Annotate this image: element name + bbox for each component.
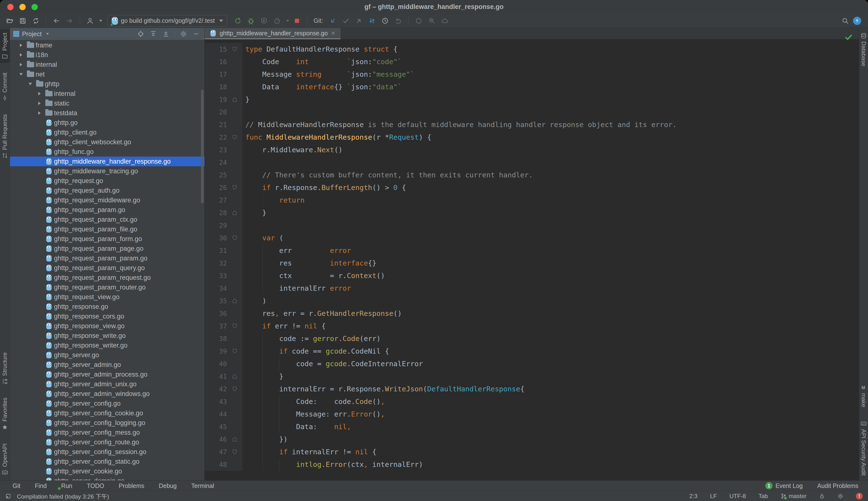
code-line-17[interactable]: 17 Message string `json:"message"`	[205, 68, 859, 81]
encoding-indicator[interactable]: UTF-8	[730, 493, 746, 500]
tool-window-button-structure[interactable]: Structure	[0, 349, 10, 388]
tree-item-static[interactable]: static	[10, 98, 205, 108]
status-message[interactable]: Compilation failed (today 3:26 下午)	[17, 492, 109, 500]
project-view-caret[interactable]	[46, 33, 49, 35]
tool-window-button-database[interactable]: Database	[859, 29, 868, 70]
gutter[interactable]: 34	[205, 282, 242, 295]
tree-item-ghttp-client-websocket-go[interactable]: ghttp_client_websocket.go	[10, 137, 205, 147]
code-line-45[interactable]: 45 Data: nil,	[205, 420, 859, 433]
tree-item-ghttp-server-config-route-go[interactable]: ghttp_server_config_route.go	[10, 437, 205, 447]
code-line-44[interactable]: 44 Message: err.Error(),	[205, 408, 859, 420]
gutter[interactable]: 35	[205, 295, 242, 307]
git-fetch-icon[interactable]	[367, 15, 377, 26]
tree-item-i18n[interactable]: i18n	[10, 50, 205, 60]
gutter[interactable]: 38	[205, 332, 242, 345]
code-line-40[interactable]: 40 code = gcode.CodeInternalError	[205, 358, 859, 370]
toolwindow-bar-item-git[interactable]: Git	[5, 481, 25, 491]
fold-marker-icon[interactable]	[227, 323, 242, 328]
tree-chevron-icon[interactable]	[35, 111, 44, 115]
tool-window-button-favorites[interactable]: Favorites	[0, 394, 10, 434]
tree-item-ghttp-request-param-go[interactable]: ghttp_request_param.go	[10, 205, 205, 215]
tree-item-testdata[interactable]: testdata	[10, 108, 205, 118]
fold-marker-icon[interactable]	[227, 386, 242, 391]
tree-item-ghttp-middleware-handler-response-go[interactable]: ghttp_middleware_handler_response.go	[10, 157, 205, 166]
code-line-25[interactable]: 25 // There's custom buffer content, it …	[205, 169, 859, 181]
code-line-35[interactable]: 35 )	[205, 295, 859, 307]
hide-panel-icon[interactable]	[191, 29, 201, 39]
history-clock-icon[interactable]	[380, 15, 390, 26]
rollback-icon[interactable]	[393, 15, 404, 26]
gutter[interactable]: 32	[205, 257, 242, 269]
tree-item-ghttp-server-config-static-go[interactable]: ghttp_server_config_static.go	[10, 457, 205, 466]
gutter[interactable]: 33	[205, 269, 242, 282]
tree-item-ghttp-request-go[interactable]: ghttp_request.go	[10, 176, 205, 185]
tree-item-ghttp-request-param-param-go[interactable]: ghttp_request_param_param.go	[10, 253, 205, 263]
gutter[interactable]: 40	[205, 358, 242, 370]
tree-item-ghttp-server-go[interactable]: ghttp_server.go	[10, 350, 205, 360]
fold-marker-icon[interactable]	[227, 374, 242, 379]
tool-window-button-commit[interactable]: Commit	[0, 69, 10, 105]
fold-marker-icon[interactable]	[227, 298, 242, 303]
fold-marker-icon[interactable]	[227, 449, 242, 454]
tree-item-ghttp-request-param-form-go[interactable]: ghttp_request_param_form.go	[10, 234, 205, 244]
code-line-23[interactable]: 23 r.Middleware.Next()	[205, 143, 859, 156]
code-line-42[interactable]: 42 internalErr = r.Response.WriteJson(De…	[205, 383, 859, 395]
cloud-icon[interactable]	[440, 15, 450, 26]
code-line-27[interactable]: 27 return	[205, 194, 859, 206]
tree-item-ghttp-request-view-go[interactable]: ghttp_request_view.go	[10, 292, 205, 302]
gear-icon[interactable]	[179, 29, 188, 39]
gutter[interactable]: 44	[205, 408, 242, 420]
tree-item-ghttp-client-go[interactable]: ghttp_client.go	[10, 128, 205, 137]
tree-chevron-icon[interactable]	[17, 63, 25, 66]
user-dropdown-caret[interactable]	[99, 20, 102, 22]
gutter[interactable]: 37	[205, 320, 242, 332]
tree-item-ghttp-server-admin-go[interactable]: ghttp_server_admin.go	[10, 360, 205, 370]
run-configuration-select[interactable]: go build github.com/gogf/gf/v2/.test	[107, 15, 227, 26]
gutter[interactable]: 18	[205, 81, 242, 93]
toolwindow-bar-item-run[interactable]: Run	[53, 481, 77, 491]
gutter[interactable]: 31	[205, 244, 242, 257]
forward-button[interactable]	[64, 15, 75, 26]
code-line-29[interactable]: 29	[205, 219, 859, 232]
gutter[interactable]: 23	[205, 143, 242, 156]
gutter[interactable]: 29	[205, 219, 242, 232]
hexagon-icon[interactable]	[414, 15, 424, 26]
toolwindow-bar-item-terminal[interactable]: Terminal	[184, 481, 219, 491]
gutter[interactable]: 46	[205, 433, 242, 446]
tree-item-ghttp-response-writer-go[interactable]: ghttp_response_writer.go	[10, 341, 205, 350]
code-line-18[interactable]: 18 Data interface{} `json:"data"`	[205, 81, 859, 93]
run-with-coverage-icon[interactable]	[259, 15, 269, 26]
gutter[interactable]: 16	[205, 55, 242, 68]
line-separator-indicator[interactable]: LF	[710, 493, 717, 500]
tree-item-ghttp-server-config-go[interactable]: ghttp_server_config.go	[10, 398, 205, 408]
sync-icon[interactable]	[31, 15, 41, 26]
gutter[interactable]: 42	[205, 383, 242, 395]
tree-item-ghttp-server-admin-windows-go[interactable]: ghttp_server_admin_windows.go	[10, 389, 205, 398]
tree-item-ghttp-request-param-request-go[interactable]: ghttp_request_param_request.go	[10, 273, 205, 283]
tree-item-ghttp-server-domain-go[interactable]: ghttp_server_domain.go	[10, 476, 205, 480]
code-line-28[interactable]: 28 }	[205, 206, 859, 219]
code-line-21[interactable]: 21// MiddlewareHandlerResponse is the de…	[205, 118, 859, 131]
debug-button[interactable]	[245, 15, 256, 26]
fold-marker-icon[interactable]	[227, 97, 242, 102]
gutter[interactable]: 41	[205, 370, 242, 383]
tool-window-button-project[interactable]: Project	[0, 29, 10, 63]
code-line-31[interactable]: 31 err error	[205, 244, 859, 257]
expand-all-icon[interactable]	[148, 29, 158, 39]
tree-item-ghttp-request-middleware-go[interactable]: ghttp_request_middleware.go	[10, 195, 205, 205]
gutter[interactable]: 47	[205, 446, 242, 458]
tree-chevron-icon[interactable]	[35, 92, 44, 95]
gutter[interactable]: 43	[205, 395, 242, 408]
gutter[interactable]: 25	[205, 169, 242, 181]
toolwindow-bar-item-audit-problems[interactable]: Audit Problems	[809, 481, 863, 491]
profiler-icon[interactable]	[272, 15, 282, 26]
code-line-46[interactable]: 46 })	[205, 433, 859, 446]
tree-item-ghttp-response-go[interactable]: ghttp_response.go	[10, 302, 205, 311]
tool-window-button-make[interactable]: Mmake	[859, 381, 868, 411]
tree-item-ghttp-go[interactable]: ghttp.go	[10, 118, 205, 128]
code-line-24[interactable]: 24	[205, 156, 859, 169]
fold-marker-icon[interactable]	[227, 47, 242, 52]
tree-item-ghttp-server-admin-process-go[interactable]: ghttp_server_admin_process.go	[10, 370, 205, 379]
code-line-39[interactable]: 39 if code == gcode.CodeNil {	[205, 345, 859, 358]
gutter[interactable]: 30	[205, 232, 242, 244]
